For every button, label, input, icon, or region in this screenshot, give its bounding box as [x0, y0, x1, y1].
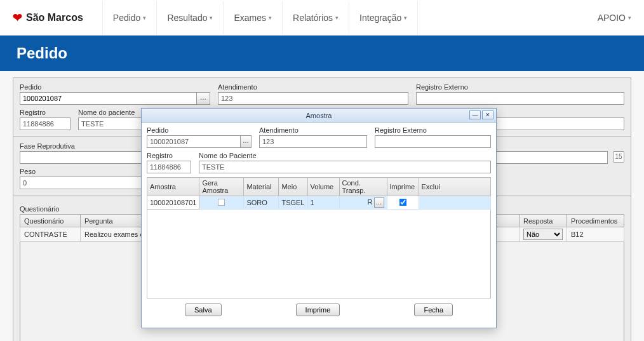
col-exclui: Exclui — [419, 178, 491, 196]
amostra-modal: Amostra — ✕ Pedido … Atendimento Registr… — [141, 108, 497, 328]
registro-input[interactable] — [20, 117, 70, 130]
modal-registro-input[interactable] — [147, 161, 191, 173]
cell-questionario: CONTRASTE — [20, 227, 81, 242]
imprime-checkbox[interactable] — [399, 198, 406, 206]
chevron-down-icon: ▾ — [404, 15, 407, 21]
chevron-down-icon: ▾ — [143, 15, 146, 21]
modal-nome-input[interactable] — [199, 161, 491, 173]
regext-input[interactable] — [416, 92, 624, 105]
chevron-down-icon: ▾ — [628, 15, 631, 21]
chevron-down-icon: ▾ — [269, 15, 272, 21]
modal-pedido-lookup-button[interactable]: … — [240, 135, 252, 148]
amostra-table: Amostra Gera Amostra Material Meio Volum… — [147, 177, 491, 210]
nav-apoio[interactable]: APOIO▾ — [598, 13, 631, 23]
modal-actions: Salva Imprime Fecha — [147, 298, 491, 323]
modal-titlebar[interactable]: Amostra — ✕ — [142, 109, 496, 123]
brand-text: São Marcos — [26, 12, 83, 23]
table-header-row: Amostra Gera Amostra Material Meio Volum… — [147, 178, 491, 196]
cond-value: R — [367, 198, 372, 206]
modal-salva-button[interactable]: Salva — [185, 304, 222, 316]
table-row[interactable]: 100020108701 SORO TSGEL 1 R … — [147, 196, 491, 210]
cell-exclui[interactable] — [419, 196, 491, 210]
modal-registro-label: Registro — [147, 152, 191, 159]
cell-proc: B12 — [567, 227, 624, 242]
col-imprime: Imprime — [387, 178, 419, 196]
modal-atend-label: Atendimento — [259, 126, 367, 134]
regext-label: Registro Externo — [416, 83, 624, 91]
col-amostra: Amostra — [147, 178, 199, 196]
modal-atend-input[interactable] — [259, 135, 367, 148]
modal-pedido-label: Pedido — [147, 126, 252, 134]
modal-regext-input[interactable] — [375, 135, 491, 148]
cell-meio: TSGEL — [279, 196, 307, 210]
modal-regext-label: Registro Externo — [375, 126, 491, 134]
nav-exames-label: Exames — [234, 13, 266, 23]
cell-resposta[interactable]: Não — [520, 227, 567, 242]
chevron-down-icon: ▾ — [335, 15, 339, 21]
modal-pedido-input[interactable] — [147, 135, 241, 148]
cond-lookup-button[interactable]: … — [374, 197, 384, 208]
nav-exames[interactable]: Exames▾ — [223, 1, 282, 34]
col-resposta: Resposta — [520, 215, 567, 227]
cell-gera[interactable] — [199, 196, 244, 210]
pedido-lookup-button[interactable]: … — [196, 92, 210, 105]
col-cond: Cond. Transp. — [339, 178, 387, 196]
nav-relatorios[interactable]: Relatórios▾ — [282, 1, 349, 34]
amostra-blank-area — [147, 210, 491, 298]
cell-imprime[interactable] — [387, 196, 419, 210]
nav-pedido-label: Pedido — [113, 13, 141, 23]
nav-integracao-label: Integração — [359, 13, 401, 23]
topbar: ❤ São Marcos Pedido▾ Resultado▾ Exames▾ … — [0, 0, 644, 36]
peso-input[interactable] — [20, 177, 147, 189]
chevron-down-icon: ▾ — [210, 15, 213, 21]
atend-label: Atendimento — [218, 83, 408, 91]
nav-integracao[interactable]: Integração▾ — [349, 1, 418, 34]
nav-menu: Pedido▾ Resultado▾ Exames▾ Relatórios▾ I… — [102, 1, 418, 34]
cell-material: SORO — [244, 196, 279, 210]
close-button[interactable]: ✕ — [482, 110, 493, 119]
modal-title: Amostra — [306, 112, 332, 119]
cell-cond[interactable]: R … — [339, 196, 387, 210]
modal-body: Pedido … Atendimento Registro Externo Re… — [142, 123, 496, 328]
gera-checkbox[interactable] — [218, 198, 225, 206]
atend-input[interactable] — [218, 92, 408, 105]
pedido-input[interactable] — [20, 92, 197, 105]
nav-resultado[interactable]: Resultado▾ — [156, 1, 223, 34]
page-title: Pedido — [0, 36, 644, 71]
col-questionario: Questionário — [20, 215, 81, 227]
col-meio: Meio — [279, 178, 307, 196]
modal-imprime-button[interactable]: Imprime — [296, 304, 340, 316]
minimize-button[interactable]: — — [469, 110, 481, 119]
peso-label: Peso — [20, 168, 147, 175]
nav-pedido[interactable]: Pedido▾ — [102, 1, 157, 34]
col-procedimentos: Procedimentos — [567, 215, 624, 227]
col-volume: Volume — [307, 178, 339, 196]
nav-resultado-label: Resultado — [167, 13, 207, 23]
brand-logo: ❤ São Marcos — [13, 11, 83, 25]
modal-fecha-button[interactable]: Fecha — [414, 304, 453, 316]
nav-relatorios-label: Relatórios — [293, 13, 333, 23]
nav-apoio-label: APOIO — [598, 13, 626, 23]
heart-icon: ❤ — [13, 11, 22, 25]
pedido-label: Pedido — [20, 83, 210, 91]
calendar-icon[interactable]: 15 — [613, 151, 624, 163]
cell-amostra: 100020108701 — [147, 196, 199, 210]
col-gera: Gera Amostra — [199, 178, 244, 196]
col-material: Material — [244, 178, 279, 196]
registro-label: Registro — [20, 109, 70, 116]
modal-nome-label: Nome do Paciente — [199, 152, 491, 159]
cell-volume: 1 — [307, 196, 339, 210]
resposta-select[interactable]: Não — [523, 229, 563, 240]
